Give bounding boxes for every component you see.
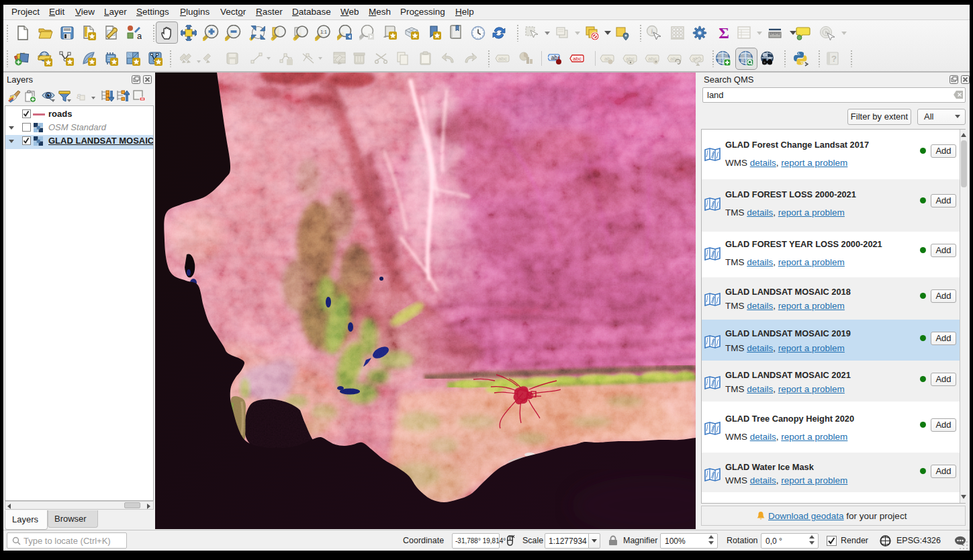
svg-text:a: a	[137, 31, 142, 41]
svg-text:abc: abc	[670, 56, 679, 62]
svg-text:abc: abc	[498, 56, 507, 62]
svg-text:1:1: 1:1	[320, 30, 327, 34]
svg-text:i: i	[651, 27, 653, 35]
svg-text:abc: abc	[573, 56, 582, 62]
svg-text:Σ: Σ	[719, 25, 729, 41]
svg-text:?: ?	[831, 54, 837, 64]
svg-text:ab: ab	[551, 54, 558, 61]
